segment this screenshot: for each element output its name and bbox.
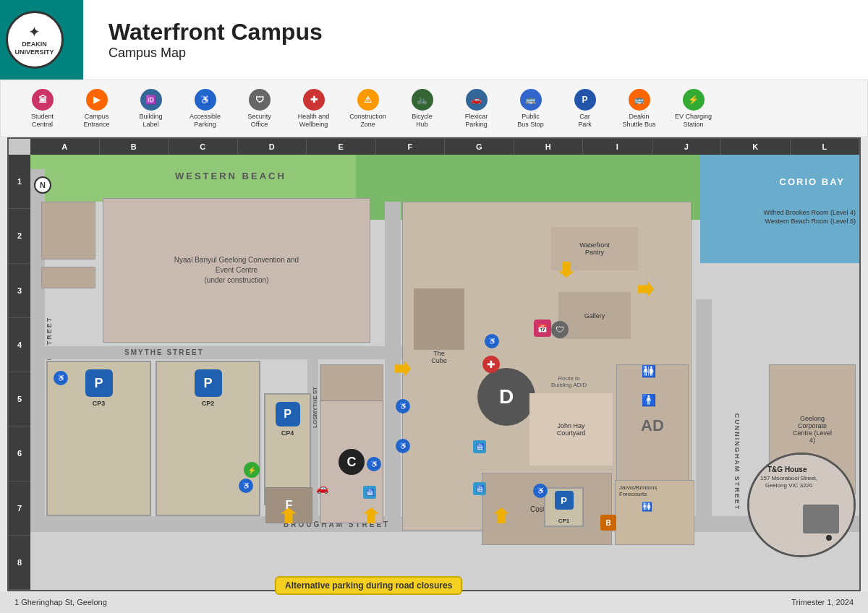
gallery-label: Gallery: [584, 312, 605, 320]
cp3-accessible-icon: ♿: [54, 371, 68, 385]
row-7: 7: [9, 481, 30, 536]
john-hay-label: John HayCourtyard: [557, 422, 586, 437]
row-3: 3: [9, 264, 30, 318]
lift-icon-1: 🛗: [473, 440, 486, 453]
car-park-label: CarPark: [578, 113, 592, 129]
deakin-shuttle-label: DeakinShuttle Bus: [622, 113, 655, 129]
legend-construction-zone: ⚠ ConstructionZone: [348, 89, 388, 129]
legend-building-label: 🆔 BuildingLabel: [131, 89, 171, 129]
western-beach-label: WESTERN BEACH: [175, 171, 286, 181]
legend-security-office: 🛡 SecurityOffice: [239, 89, 279, 129]
health-wellbeing-label: Health andWellbeing: [298, 113, 330, 129]
campus-title: Waterfront Campus: [109, 19, 323, 46]
entrance-arrow-down: [558, 262, 574, 278]
cp3-parking-icon: P: [85, 369, 113, 397]
cp1-label: CP1: [558, 518, 570, 524]
cp2-label: CP2: [202, 400, 215, 407]
lift-icon-3: 🛗: [363, 486, 376, 499]
corio-bay-label: CORIO BAY: [780, 176, 845, 187]
col-l: L: [791, 139, 860, 155]
the-cube-building: TheCube: [414, 288, 464, 350]
building-c-label: C: [339, 449, 365, 475]
entrance-arrow-up-cp1: [493, 507, 509, 523]
north-arrow: N: [34, 176, 51, 194]
parking-cp2: P CP2 ♿: [156, 361, 260, 516]
cp2-parking-icon: P: [195, 369, 222, 397]
cp1-parking-icon: P: [555, 491, 574, 510]
col-i: I: [583, 139, 652, 155]
cp4-label: CP4: [281, 429, 294, 437]
cp3-label: CP3: [93, 400, 106, 407]
building-label-text: BuildingLabel: [139, 113, 162, 129]
legend-ev-charging: ⚡ EV ChargingStation: [673, 89, 713, 129]
cp4-parking-icon: P: [276, 402, 300, 426]
smythe-street-label: SMYTHE STREET: [124, 348, 204, 356]
cunningham-street-road: [696, 299, 712, 532]
campus-entrance-icon: ▶: [86, 89, 108, 111]
grid-rows: 1 2 3 4 5 6 7 8: [9, 155, 30, 590]
student-central-label: StudentCentral: [31, 113, 54, 129]
row-8: 8: [9, 536, 30, 590]
building-d: D: [477, 368, 535, 426]
university-logo: ✦ DEAKINUNIVERSITY: [6, 11, 64, 69]
tg-house-name: T&G House: [767, 466, 807, 473]
road-closure-text: Alternative parking during road closures: [285, 580, 452, 591]
accessible-parking-icon: ♿: [195, 89, 216, 111]
tg-house-marker: [826, 535, 832, 541]
cunningham-street-label: CUNNINGHAM STREET: [733, 413, 741, 511]
campus-entrance-label: CampusEntrance: [83, 113, 109, 129]
building-ad-label: AD: [641, 416, 664, 435]
public-bus-icon: 🚌: [520, 89, 542, 111]
building-label-icon: 🆔: [140, 89, 162, 111]
convention-centre-building: Nyaal Banyul Geelong Convention and Even…: [103, 198, 370, 343]
legend-bar: 🏛 StudentCentral ▶ CampusEntrance 🆔 Buil…: [0, 80, 868, 137]
the-cube-label: TheCube: [431, 350, 447, 364]
construction-zone-icon: ⚠: [357, 89, 379, 111]
accessible-icon-3: ♿: [396, 439, 410, 453]
row-4: 4: [9, 318, 30, 372]
col-g: G: [445, 139, 514, 155]
row-6: 6: [9, 426, 30, 481]
row-5: 5: [9, 372, 30, 426]
teal-bar: ✦ DEAKINUNIVERSITY: [0, 0, 83, 80]
deakin-logo-icon: ✦: [28, 23, 41, 40]
losmythe-street-label: LOSMYTHE ST: [312, 387, 318, 428]
student-central-map-icon: 📅: [534, 320, 551, 337]
john-hay-area: John HayCourtyard: [529, 393, 613, 466]
waterfront-pantry-label: WaterfrontPantry: [579, 241, 610, 256]
health-icon: ✚: [482, 356, 500, 373]
security-office-icon: 🛡: [249, 89, 271, 111]
bus-stop-icon: B: [600, 515, 616, 531]
accessible-icon-1: ♿: [485, 334, 499, 348]
wilfred-brookes-label: Wilfred Brookes Room (Level 4)Western Be…: [763, 209, 856, 226]
security-icon: 🛡: [551, 321, 569, 338]
university-name: DEAKINUNIVERSITY: [14, 40, 54, 56]
cp2-accessible-icon: ♿: [239, 479, 253, 493]
flexicar-map-icon: 🚗: [316, 482, 328, 494]
col-j: J: [652, 139, 722, 155]
map-content: CAVENDISH STREET WESTERN BEACH CORIO BAY…: [30, 155, 859, 590]
building-d-label: D: [499, 385, 514, 408]
building-nw: [41, 202, 95, 260]
toilet-icon-1: 🚻: [642, 364, 656, 378]
col-f: F: [376, 139, 446, 155]
lift-icon-2: 🛗: [473, 482, 486, 495]
toilet-icon-2: 🚹: [642, 393, 656, 407]
building-ad: AD: [616, 364, 689, 487]
gallery-building: Gallery: [558, 292, 631, 339]
entrance-arrow-up-c: [363, 507, 379, 523]
bicycle-hub-label: BicycleHub: [412, 113, 433, 129]
grid-columns: A B C D E F G H I J K L: [30, 139, 859, 155]
legend-accessible-parking: ♿ AccessibleParking: [185, 89, 225, 129]
construction-zone-label: ConstructionZone: [349, 113, 386, 129]
accessible-parking-label: AccessibleParking: [190, 113, 221, 129]
legend-bicycle-hub: 🚲 BicycleHub: [402, 89, 442, 129]
accessible-icon-2: ♿: [396, 399, 410, 413]
entrance-arrow-east: [638, 281, 654, 297]
bicycle-hub-icon: 🚲: [412, 89, 433, 111]
tg-house-inset: T&G House 157 Moorabool Street,Geelong V…: [747, 453, 856, 557]
col-d: D: [238, 139, 307, 155]
jarvis-brintons-area: Jarvis/BrintonsForecourts: [615, 480, 694, 545]
entrance-arrow-up-f: [281, 507, 297, 523]
public-bus-label: PublicBus Stop: [517, 113, 544, 129]
